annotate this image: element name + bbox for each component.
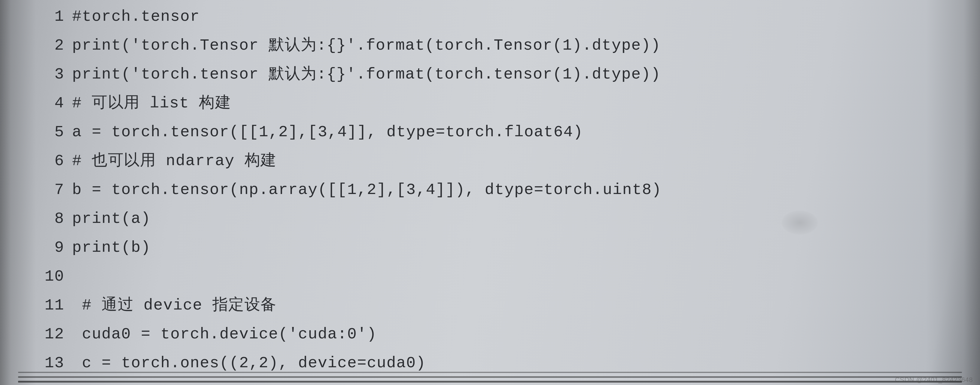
code-line: 11 # 通过 device 指定设备 xyxy=(0,298,980,313)
line-text: cuda0 = torch.device('cuda:0') xyxy=(72,327,377,342)
line-number: 11 xyxy=(0,298,72,313)
code-line: 4 # 可以用 list 构建 xyxy=(0,96,980,111)
page-bottom-rule xyxy=(18,381,962,383)
line-number: 3 xyxy=(0,67,72,82)
code-line: 5 a = torch.tensor([[1,2],[3,4]], dtype=… xyxy=(0,125,980,140)
page-bottom-rule xyxy=(18,372,962,373)
code-line: 9 print(b) xyxy=(0,240,980,256)
code-block: 1 #torch.tensor 2 print('torch.Tensor 默认… xyxy=(0,9,980,371)
code-line: 1 #torch.tensor xyxy=(0,9,980,25)
line-number: 6 xyxy=(0,153,72,169)
line-number: 2 xyxy=(0,38,72,54)
line-number: 1 xyxy=(0,9,72,25)
line-number: 10 xyxy=(0,269,72,284)
watermark-text: CSDN @2401_82423648 xyxy=(895,376,973,384)
line-text: c = torch.ones((2,2), device=cuda0) xyxy=(72,356,426,371)
line-text: #torch.tensor xyxy=(72,9,200,25)
line-text: # 也可以用 ndarray 构建 xyxy=(72,153,277,169)
line-text: print('torch.tensor 默认为:{}'.format(torch… xyxy=(72,67,661,82)
code-line: 12 cuda0 = torch.device('cuda:0') xyxy=(0,327,980,342)
line-text: print(b) xyxy=(72,240,151,256)
line-number: 8 xyxy=(0,211,72,227)
code-line: 6 # 也可以用 ndarray 构建 xyxy=(0,153,980,169)
line-text: print('torch.Tensor 默认为:{}'.format(torch… xyxy=(72,38,661,54)
code-line: 10 xyxy=(0,269,980,284)
code-line: 8 print(a) xyxy=(0,211,980,227)
line-number: 13 xyxy=(0,356,72,371)
line-text: # 可以用 list 构建 xyxy=(72,96,231,111)
scanned-page: 1 #torch.tensor 2 print('torch.Tensor 默认… xyxy=(0,0,980,385)
code-line: 7 b = torch.tensor(np.array([[1,2],[3,4]… xyxy=(0,182,980,198)
line-text: print(a) xyxy=(72,211,151,227)
line-text: b = torch.tensor(np.array([[1,2],[3,4]])… xyxy=(72,182,662,198)
code-line: 2 print('torch.Tensor 默认为:{}'.format(tor… xyxy=(0,38,980,54)
line-number: 9 xyxy=(0,240,72,256)
line-text: # 通过 device 指定设备 xyxy=(72,298,277,313)
line-number: 12 xyxy=(0,327,72,342)
line-number: 4 xyxy=(0,96,72,111)
line-text: a = torch.tensor([[1,2],[3,4]], dtype=to… xyxy=(72,125,583,140)
line-number: 7 xyxy=(0,182,72,198)
code-line: 13 c = torch.ones((2,2), device=cuda0) xyxy=(0,356,980,371)
line-number: 5 xyxy=(0,125,72,140)
page-bottom-rule xyxy=(18,376,962,378)
code-line: 3 print('torch.tensor 默认为:{}'.format(tor… xyxy=(0,67,980,82)
